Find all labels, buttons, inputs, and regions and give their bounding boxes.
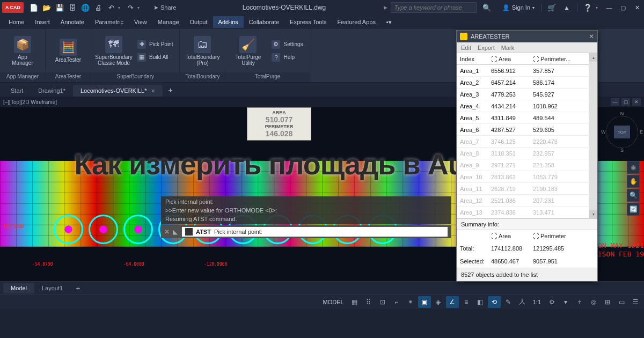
ribbon-app-manager[interactable]: 📦App Manager: [4, 35, 41, 67]
autodesk-icon[interactable]: ▲: [560, 1, 574, 14]
vp-minimize-icon[interactable]: —: [611, 98, 619, 106]
transparency-icon[interactable]: ◧: [474, 296, 487, 308]
vp-maximize-icon[interactable]: ▢: [621, 98, 630, 106]
menu-add-ins[interactable]: Add-ins: [213, 16, 244, 28]
col-index[interactable]: Index: [457, 56, 488, 62]
open-icon[interactable]: 📂: [41, 2, 53, 13]
menu-express-tools[interactable]: Express Tools: [284, 16, 332, 28]
scroll-down-icon[interactable]: ▾: [589, 210, 597, 218]
areatester-row[interactable]: Area_26457.214586.174: [457, 77, 589, 89]
nav-zoom-icon[interactable]: 🔍: [627, 189, 640, 202]
workspace-dropdown-icon[interactable]: ▾: [559, 296, 572, 308]
ortho-icon[interactable]: ⌐: [390, 296, 403, 308]
web-icon[interactable]: 🌐: [79, 2, 91, 13]
areatester-row[interactable]: Area_16556.912357.857: [457, 65, 589, 77]
monitor-icon[interactable]: +: [573, 296, 586, 308]
menu-featured-apps[interactable]: Featured Apps: [332, 16, 381, 28]
close-icon[interactable]: ✕: [630, 1, 644, 14]
otrack-icon[interactable]: ∠: [446, 296, 459, 308]
customize-icon[interactable]: ☰: [629, 296, 642, 308]
areatester-row[interactable]: Area_73746.1252220.478: [457, 136, 589, 148]
app-logo[interactable]: A CAD: [2, 2, 24, 13]
areatester-row[interactable]: Area_44434.2141018.962: [457, 100, 589, 112]
viewcube-north[interactable]: N: [620, 111, 624, 116]
col-perimeter[interactable]: ⛶Perimeter...: [530, 56, 589, 62]
ribbon-superboundary-classic-mode[interactable]: 🗺SuperBoundary Classic Mode: [96, 35, 132, 67]
redo-icon[interactable]: ↷: [125, 2, 136, 13]
vp-close-icon[interactable]: ✕: [632, 98, 641, 106]
search-icon[interactable]: 🔍: [480, 1, 494, 14]
viewport-label[interactable]: [–][Top][2D Wireframe]: [3, 99, 57, 105]
cart-icon[interactable]: 🛒: [545, 1, 559, 14]
menu-insert[interactable]: Insert: [30, 16, 55, 28]
viewcube-west[interactable]: W: [601, 129, 606, 135]
col-area[interactable]: ⛶Area: [488, 56, 530, 62]
areatester-row[interactable]: Area_102813.8621053.779: [457, 171, 589, 183]
scroll-up-icon[interactable]: ▴: [589, 53, 597, 62]
ribbon-settings[interactable]: ⚙Settings: [269, 39, 305, 50]
areatester-row[interactable]: Area_64287.527529.605: [457, 124, 589, 136]
undo-dropdown-icon[interactable]: ▾: [118, 5, 123, 10]
doc-tab-start[interactable]: Start: [3, 85, 31, 97]
areatester-close-icon[interactable]: ✕: [589, 33, 594, 40]
infer-icon[interactable]: ⊡: [376, 296, 389, 308]
tab-close-icon[interactable]: ✕: [151, 88, 155, 94]
status-model[interactable]: MODEL: [320, 299, 347, 305]
help-dropdown-icon[interactable]: ▾: [596, 5, 598, 10]
areatester-titlebar[interactable]: AREATESTER ✕: [457, 31, 597, 42]
plot-icon[interactable]: 🖨: [92, 2, 104, 13]
hardware-icon[interactable]: ⊞: [601, 296, 614, 308]
gear-icon[interactable]: ⚙: [545, 296, 558, 308]
lineweight-icon[interactable]: ≡: [460, 296, 473, 308]
menu-annotate[interactable]: Annotate: [55, 16, 90, 28]
areatester-row[interactable]: Area_83118.351232.957: [457, 148, 589, 159]
ribbon-totalboundary-pro-[interactable]: 🗂TotalBoundary (Pro): [184, 35, 221, 67]
viewcube-face[interactable]: TOP: [614, 126, 630, 138]
doc-tab-drawing1-[interactable]: Drawing1*: [31, 85, 73, 97]
share-button[interactable]: ➤ Share: [150, 3, 179, 12]
status-scale[interactable]: 1:1: [530, 299, 544, 305]
saveas-icon[interactable]: 🗄: [67, 2, 78, 13]
ribbon-help[interactable]: ?Help: [269, 52, 305, 63]
osnap-icon[interactable]: ▣: [418, 296, 431, 308]
ribbon-build-all[interactable]: ▦Build All: [135, 52, 175, 63]
layout-tab-layout1[interactable]: Layout1: [34, 283, 70, 293]
redo-dropdown-icon[interactable]: ▾: [137, 5, 143, 10]
at-menu-edit[interactable]: Edit: [461, 45, 471, 51]
undo-icon[interactable]: ↶: [105, 2, 117, 13]
grid-icon[interactable]: ▦: [348, 296, 361, 308]
signin-button[interactable]: 👤 Sign In ▾: [499, 4, 538, 11]
snap-icon[interactable]: ⠿: [362, 296, 375, 308]
cycling-icon[interactable]: ⟲: [488, 296, 501, 308]
minimize-icon[interactable]: —: [602, 1, 616, 14]
nav-orbit-icon[interactable]: 🔄: [627, 203, 640, 216]
areatester-row[interactable]: Area_54311.849489.544: [457, 112, 589, 124]
search-arrow-icon[interactable]: ▶: [384, 5, 387, 10]
search-input[interactable]: [391, 2, 477, 13]
isolate-icon[interactable]: ◎: [587, 296, 600, 308]
help-icon[interactable]: ❔: [581, 1, 595, 14]
ribbon-totalpurge-utility[interactable]: 🧹TotalPurge Utility: [230, 35, 266, 67]
command-input[interactable]: ATST Pick internal point:: [182, 227, 448, 237]
polar-icon[interactable]: ✴: [404, 296, 417, 308]
ribbon-pick-point[interactable]: ✚Pick Point: [135, 39, 175, 50]
at-menu-mark[interactable]: Mark: [501, 45, 514, 51]
menu-home[interactable]: Home: [3, 16, 30, 28]
areatester-row[interactable]: Area_132374.838313.471: [457, 207, 589, 218]
at-menu-export[interactable]: Export: [478, 45, 495, 51]
cmd-recent-icon[interactable]: ◣: [173, 228, 178, 236]
menu-parametric[interactable]: Parametric: [90, 16, 129, 28]
ribbon-areatester[interactable]: 🧮AreaTester: [50, 38, 86, 64]
3dosnap-icon[interactable]: ◈: [432, 296, 445, 308]
viewcube-compass[interactable]: N S E W TOP: [606, 116, 638, 148]
save-icon[interactable]: 💾: [54, 2, 65, 13]
doc-tab-locomotives-overkill-[interactable]: Locomotives-OVERKILL*✕: [73, 85, 163, 97]
cleanscreen-icon[interactable]: ▭: [615, 296, 628, 308]
areatester-row[interactable]: Area_122521.036207.231: [457, 195, 589, 207]
annotation-icon[interactable]: ✎: [502, 296, 515, 308]
new-icon[interactable]: 📄: [28, 2, 40, 13]
menu-manage[interactable]: Manage: [152, 16, 185, 28]
areatester-row[interactable]: Area_92971.271221.358: [457, 159, 589, 171]
menu-view[interactable]: View: [129, 16, 152, 28]
layout-tab-model[interactable]: Model: [3, 283, 34, 293]
